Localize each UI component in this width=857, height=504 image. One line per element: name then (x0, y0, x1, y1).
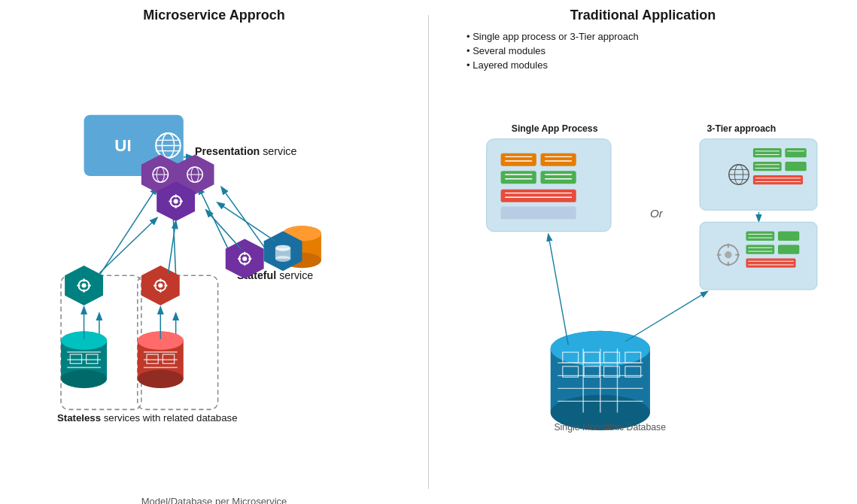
left-caption: Model/Database per Microservice (15, 496, 413, 504)
bullet-list: • Single app process or 3-Tier approach … (466, 31, 842, 71)
svg-point-46 (275, 256, 290, 262)
svg-text:3-Tier approach: 3-Tier approach (707, 123, 776, 134)
svg-line-164 (549, 235, 568, 345)
svg-rect-114 (753, 148, 782, 157)
bullet-1: • Single app process or 3-Tier approach (466, 31, 842, 42)
svg-line-85 (206, 211, 241, 249)
svg-text:Stateless services with relate: Stateless services with related database (57, 412, 238, 424)
svg-point-50 (82, 284, 87, 288)
svg-rect-134 (746, 232, 774, 241)
svg-rect-102 (501, 190, 576, 202)
svg-text:Or: Or (650, 207, 664, 220)
svg-line-83 (99, 218, 157, 273)
svg-line-86 (218, 203, 275, 241)
svg-rect-96 (501, 171, 536, 184)
svg-rect-123 (753, 175, 803, 184)
svg-rect-142 (746, 258, 795, 267)
svg-rect-138 (746, 245, 774, 254)
svg-point-26 (174, 199, 178, 204)
bullet-2: • Several modules (466, 45, 842, 56)
svg-line-2 (99, 187, 157, 275)
svg-point-129 (725, 251, 731, 258)
right-title: Traditional Application (444, 8, 842, 23)
svg-rect-105 (501, 207, 576, 220)
svg-line-165 (625, 292, 707, 342)
svg-rect-90 (501, 153, 536, 166)
svg-rect-120 (785, 162, 806, 171)
svg-text:Single Monolithic Database: Single Monolithic Database (554, 422, 666, 433)
svg-point-75 (138, 369, 184, 387)
svg-text:UI: UI (114, 136, 131, 155)
svg-text:Presentation service: Presentation service (195, 145, 296, 157)
right-diagram: Single App Process (444, 78, 842, 477)
svg-rect-97 (540, 171, 576, 184)
left-diagram: UI Presentation service (15, 31, 413, 490)
svg-point-57 (61, 369, 107, 387)
left-title: Microservice Approch (15, 8, 413, 23)
right-panel: Traditional Application • Single app pro… (429, 0, 857, 504)
svg-rect-119 (753, 162, 782, 171)
svg-rect-115 (785, 148, 806, 157)
svg-rect-135 (778, 232, 799, 241)
left-panel: Microservice Approch UI (0, 0, 428, 504)
svg-rect-139 (778, 245, 799, 254)
svg-point-38 (242, 257, 247, 261)
bullet-3: • Layered modules (466, 59, 842, 71)
svg-rect-91 (540, 153, 576, 166)
main-container: Microservice Approch UI (0, 0, 857, 504)
svg-text:Single App Process: Single App Process (512, 123, 598, 134)
svg-point-68 (158, 284, 163, 288)
